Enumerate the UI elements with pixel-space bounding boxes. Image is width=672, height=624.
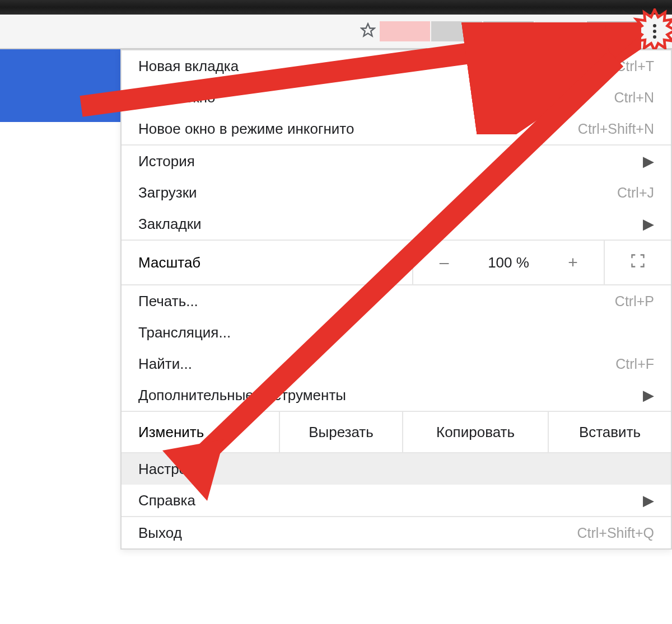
menu-item-label: Настройки [138, 461, 654, 478]
submenu-arrow-icon: ▶ [643, 215, 654, 233]
menu-history[interactable]: История ▶ [122, 146, 671, 177]
menu-new-tab[interactable]: Новая вкладка Ctrl+T [122, 50, 671, 82]
menu-exit[interactable]: Выход Ctrl+Shift+Q [122, 517, 671, 548]
zoom-in-button[interactable]: + [542, 253, 604, 272]
menu-item-label: Новое окно в режиме инкогнито [138, 120, 578, 138]
os-taskbar [0, 0, 672, 15]
menu-item-label: Справка [138, 492, 643, 509]
browser-toolbar [0, 15, 672, 49]
chrome-menu-dropdown: Новая вкладка Ctrl+T Новое окно Ctrl+N Н… [120, 49, 672, 550]
copy-label: Копировать [436, 424, 515, 441]
menu-downloads[interactable]: Загрузки Ctrl+J [122, 177, 671, 208]
shortcut-label: Ctrl+N [614, 90, 654, 106]
annotation-highlight-starburst [633, 8, 672, 54]
sidebar-header [0, 49, 120, 122]
shortcut-label: Ctrl+J [617, 185, 654, 201]
menu-new-window[interactable]: Новое окно Ctrl+N [122, 82, 671, 113]
menu-item-label: Новая вкладка [138, 58, 615, 75]
submenu-arrow-icon: ▶ [643, 492, 654, 509]
menu-zoom: Масштаб – 100 % + [122, 241, 671, 284]
menu-incognito[interactable]: Новое окно в режиме инкогнито Ctrl+Shift… [122, 113, 671, 144]
menu-item-label: Дополнительные инструменты [138, 387, 643, 404]
menu-item-label: История [138, 153, 643, 170]
sidebar [0, 49, 120, 624]
zoom-label: Масштаб [138, 254, 412, 271]
menu-more-tools[interactable]: Дополнительные инструменты ▶ [122, 379, 671, 411]
star-icon [360, 22, 376, 40]
shortcut-label: Ctrl+Shift+N [578, 121, 654, 137]
shortcut-label: Ctrl+T [615, 58, 654, 74]
cut-button[interactable]: Вырезать [279, 412, 402, 452]
menu-print[interactable]: Печать... Ctrl+P [122, 285, 671, 317]
bookmark-star-button[interactable] [356, 22, 380, 40]
menu-cast[interactable]: Трансляция... [122, 317, 671, 348]
menu-edit-row: Изменить Вырезать Копировать Вставить [122, 412, 671, 452]
fullscreen-button[interactable] [604, 241, 671, 284]
menu-settings[interactable]: Настройки [122, 453, 671, 485]
menu-item-label: Закладки [138, 215, 643, 233]
shortcut-label: Ctrl+Shift+Q [577, 525, 654, 541]
menu-item-label: Новое окно [138, 89, 614, 106]
menu-find[interactable]: Найти... Ctrl+F [122, 348, 671, 379]
shortcut-label: Ctrl+P [615, 293, 654, 309]
zoom-value: 100 % [475, 254, 542, 271]
fullscreen-icon [630, 253, 646, 273]
paste-label: Вставить [579, 424, 641, 441]
edit-label: Изменить [122, 412, 279, 452]
menu-item-label: Печать... [138, 293, 615, 310]
menu-item-label: Найти... [138, 355, 615, 373]
menu-item-label: Выход [138, 524, 577, 542]
extensions-area [380, 21, 637, 41]
cut-label: Вырезать [309, 424, 374, 441]
shortcut-label: Ctrl+F [615, 356, 654, 372]
submenu-arrow-icon: ▶ [643, 153, 654, 170]
menu-item-label: Трансляция... [138, 324, 654, 341]
chrome-menu-button[interactable] [637, 17, 672, 46]
menu-item-label: Загрузки [138, 184, 617, 201]
menu-help[interactable]: Справка ▶ [122, 485, 671, 516]
zoom-out-button[interactable]: – [413, 253, 475, 272]
submenu-arrow-icon: ▶ [643, 387, 654, 404]
copy-button[interactable]: Копировать [402, 412, 548, 452]
kebab-icon [653, 24, 656, 39]
paste-button[interactable]: Вставить [548, 412, 671, 452]
svg-marker-0 [361, 24, 374, 36]
menu-bookmarks[interactable]: Закладки ▶ [122, 208, 671, 240]
